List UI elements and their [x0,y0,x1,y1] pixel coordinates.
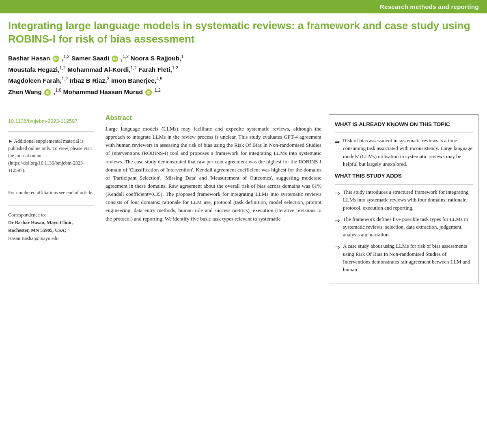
sidebar-bullet-2: ⇒ This study introduces a structured fra… [335,189,473,212]
main-content: 10.1136/bmjebm-2023-112597 ► Additional … [0,106,487,292]
abstract-text: Large language models (LLMs) may facilit… [106,125,321,223]
abstract-section: Abstract Large language models (LLMs) ma… [106,114,479,283]
orcid-icon-hasan: ID [53,56,59,62]
sidebar-divider-2 [335,184,473,184]
arrow-icon-1: ⇒ [335,137,340,147]
affil-4-5: 4,5 [156,76,162,81]
affil-1: 1 [181,54,183,59]
sidebar-bullet-1-text: Risk of bias assessment in systematic re… [343,137,473,168]
affil-3: 3 [107,76,110,81]
sidebar-section2-title: WHAT THIS STUDY ADDS [335,172,473,180]
affil-1-2c: 1,2 [60,65,66,70]
correspondence-email: Hasan.Bashar@mayo.edu [8,236,58,241]
sidebar-bullet-1: ⇒ Risk of bias assessment in systematic … [335,137,473,168]
author-zhen-wang: Zhen Wang [8,88,42,95]
left-column: 10.1136/bmjebm-2023-112597 ► Additional … [0,106,101,292]
divider-2 [8,183,94,183]
top-bar: Research methods and reporting [0,0,487,13]
arrow-icon-4: ⇒ [335,243,340,252]
affil-1-6: 1,6 [55,88,61,92]
center-column: Abstract Large language models (LLMs) ma… [101,106,487,292]
orcid-icon-murad: ID [145,89,152,96]
correspondence-label: Correspondence to: [8,212,46,218]
affil-1-2d: 1,2 [131,65,137,70]
author-murad: Mohammad Hassan Murad [63,88,143,95]
orcid-icon-saadi: ID [112,56,118,62]
supplemental-note: ► Additional supplemental material is pu… [8,137,94,174]
author-irbaz: Irbaz B Riaz, [69,77,107,84]
affil-1-2e: 1,2 [172,65,178,70]
sidebar-bullet-4: ⇒ A case study about using LLMs for risk… [335,242,473,274]
correspondence: Correspondence to: Dr Bashar Hasan, Mayo… [8,211,94,242]
author-moustafa: Moustafa Hegazi, [8,66,60,73]
affil-1-2a: 1,2 [63,54,69,59]
divider-1 [8,131,94,132]
sidebar-bullet-3: ⇒ The framework defines five possible ta… [335,216,473,239]
sidebar-bullet-3-text: The framework defines five possible task… [343,216,473,239]
affil-1-2g: 1,2 [155,88,161,92]
sidebar-divider-1 [335,133,473,133]
affil-1-2b: 1,2 [123,54,129,59]
author-samer-saadi: Samer Saadi [71,55,109,62]
doi: 10.1136/bmjebm-2023-112597 [8,118,94,124]
author-mohammad-alkordi: Mohammad Al-Kordi, [67,66,130,73]
header-area: Integrating large language models in sys… [0,13,487,97]
author-farah-fleti: Farah Fleti, [138,66,172,73]
arrow-icon-2: ⇒ [335,189,340,198]
sidebar-box: WHAT IS ALREADY KNOWN ON THIS TOPIC ⇒ Ri… [329,114,479,283]
affil-1-2f: 1,2 [62,76,68,81]
sidebar-bullet-2-text: This study introduces a structured frame… [343,189,473,212]
authors: Bashar Hasan ID ,1,2 Samer Saadi ID ,1,2… [8,53,479,97]
author-bashar-hasan: Bashar Hasan [8,55,50,62]
author-magdoleen: Magdoleen Farah, [8,77,62,84]
correspondence-name: Dr Bashar Hasan, Mayo Clinic, Rochester,… [8,220,73,233]
divider-3 [8,205,94,206]
affiliations-note: For numbered affiliations see end of art… [8,189,94,196]
abstract-right: WHAT IS ALREADY KNOWN ON THIS TOPIC ⇒ Ri… [329,114,479,283]
section-label: Research methods and reporting [380,3,479,10]
abstract-left: Abstract Large language models (LLMs) ma… [106,114,321,283]
orcid-icon-wang: ID [44,89,51,96]
arrow-icon-3: ⇒ [335,216,340,225]
author-noora: Noora S Rajjoub, [131,55,181,62]
abstract-title: Abstract [106,114,321,122]
author-imon: Imon Banerjee, [111,77,156,84]
sidebar-section1-title: WHAT IS ALREADY KNOWN ON THIS TOPIC [335,120,473,129]
sidebar-bullet-4-text: A case study about using LLMs for risk o… [343,242,473,274]
article-title: Integrating large language models in sys… [8,19,479,45]
